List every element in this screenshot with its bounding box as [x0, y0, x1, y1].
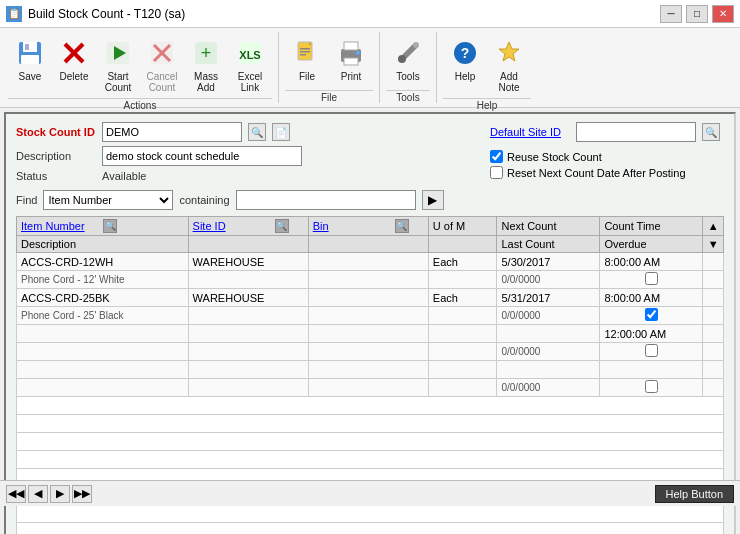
overdue-checkbox[interactable]	[645, 344, 658, 357]
stock-count-id-doc[interactable]: 📄	[272, 123, 290, 141]
cell-count-time[interactable]: 8:00:00 AM	[600, 289, 703, 307]
overdue-checkbox[interactable]	[645, 272, 658, 285]
excel-link-icon: XLS	[234, 37, 266, 69]
mass-add-label: Mass Add	[194, 71, 218, 93]
delete-button[interactable]: Delete	[52, 32, 96, 96]
cell-item-number[interactable]	[17, 325, 189, 343]
item-number-link[interactable]: Item Number	[21, 220, 101, 232]
table-header-row: Item Number 🔍 Site ID 🔍	[17, 217, 724, 236]
nav-prev-button[interactable]: ◀	[28, 485, 48, 503]
nav-next-button[interactable]: ▶	[50, 485, 70, 503]
default-site-id-lookup[interactable]: 🔍	[702, 123, 720, 141]
reuse-stock-count-checkbox[interactable]	[490, 150, 503, 163]
cell-description: Phone Cord - 12' White	[17, 271, 189, 289]
table-row	[17, 361, 724, 379]
default-site-id-input[interactable]	[576, 122, 696, 142]
excel-link-button[interactable]: XLS Excel Link	[228, 32, 272, 96]
minimize-button[interactable]: ─	[660, 5, 682, 23]
cell-description	[17, 379, 189, 397]
svg-rect-2	[25, 44, 29, 50]
cell-empty	[703, 289, 724, 307]
nav-last-button[interactable]: ▶▶	[72, 485, 92, 503]
cell-site-id[interactable]: WAREHOUSE	[188, 253, 308, 271]
find-select[interactable]: Item Number Description Site ID Bin	[43, 190, 173, 210]
mass-add-button[interactable]: + Mass Add	[184, 32, 228, 96]
cell-site-id[interactable]	[188, 325, 308, 343]
item-number-search-icon[interactable]: 🔍	[103, 219, 117, 233]
stock-count-id-row: Stock Count ID 🔍 📄	[16, 122, 302, 142]
cell-count-time[interactable]: 8:00:00 AM	[600, 253, 703, 271]
th-scroll-down[interactable]: ▼	[703, 236, 724, 253]
cell-empty	[703, 325, 724, 343]
right-panel: Default Site ID 🔍 Reuse Stock Count Rese…	[490, 122, 720, 179]
find-go-button[interactable]: ▶	[422, 190, 444, 210]
default-site-id-label[interactable]: Default Site ID	[490, 126, 570, 138]
title-bar: 📋 Build Stock Count - T120 (sa) ─ □ ✕	[0, 0, 740, 28]
description-input[interactable]	[102, 146, 302, 166]
cell-item-number[interactable]	[17, 361, 189, 379]
help-status-button[interactable]: Help Button	[655, 485, 734, 503]
close-button[interactable]: ✕	[712, 5, 734, 23]
default-site-id-row: Default Site ID 🔍	[490, 122, 720, 142]
cell-count-time[interactable]	[600, 361, 703, 379]
stock-count-id-lookup[interactable]: 🔍	[248, 123, 266, 141]
maximize-button[interactable]: □	[686, 5, 708, 23]
cell-bin[interactable]	[308, 325, 428, 343]
cell-empty	[188, 379, 308, 397]
cell-empty	[308, 307, 428, 325]
add-note-button[interactable]: Add Note	[487, 32, 531, 96]
tools-icon	[392, 37, 424, 69]
cell-description	[17, 343, 189, 361]
cell-empty	[428, 307, 497, 325]
cell-uom[interactable]	[428, 361, 497, 379]
cell-count-time[interactable]: 12:00:00 AM	[600, 325, 703, 343]
cell-item-number[interactable]: ACCS-CRD-25BK	[17, 289, 189, 307]
stock-count-id-input[interactable]	[102, 122, 242, 142]
th-site-id: Site ID 🔍	[188, 217, 308, 236]
cell-uom[interactable]: Each	[428, 289, 497, 307]
cell-next-count[interactable]	[497, 325, 600, 343]
table-row: 12:00:00 AM	[17, 325, 724, 343]
cell-bin[interactable]	[308, 361, 428, 379]
table-row-empty	[17, 397, 724, 415]
bin-link[interactable]: Bin	[313, 220, 393, 232]
table-row-desc: 0/0/0000	[17, 343, 724, 361]
cell-bin[interactable]	[308, 253, 428, 271]
cell-last-count: 0/0/0000	[497, 307, 600, 325]
cell-empty	[428, 379, 497, 397]
site-id-search-icon[interactable]: 🔍	[275, 219, 289, 233]
left-form: Stock Count ID 🔍 📄 Description Status Av…	[16, 122, 302, 186]
help-button[interactable]: ? Help	[443, 32, 487, 96]
cell-site-id[interactable]: WAREHOUSE	[188, 289, 308, 307]
cell-empty	[428, 271, 497, 289]
cell-item-number[interactable]: ACCS-CRD-12WH	[17, 253, 189, 271]
tools-button[interactable]: Tools	[386, 32, 430, 88]
save-button[interactable]: Save	[8, 32, 52, 96]
cell-last-count: 0/0/0000	[497, 271, 600, 289]
start-count-button[interactable]: Start Count	[96, 32, 140, 96]
svg-rect-21	[344, 42, 358, 50]
cell-empty	[703, 271, 724, 289]
th-scroll-up[interactable]: ▲	[703, 217, 724, 236]
help-btn-label: Help	[455, 71, 476, 82]
find-input[interactable]	[236, 190, 416, 210]
overdue-checkbox[interactable]	[645, 308, 658, 321]
cell-bin[interactable]	[308, 289, 428, 307]
file-button[interactable]: File	[285, 32, 329, 88]
cell-empty	[188, 307, 308, 325]
cell-uom[interactable]: Each	[428, 253, 497, 271]
reset-next-count-checkbox[interactable]	[490, 166, 503, 179]
print-button[interactable]: Print	[329, 32, 373, 88]
content-area: Stock Count ID 🔍 📄 Description Status Av…	[4, 112, 736, 534]
site-id-link[interactable]: Site ID	[193, 220, 273, 232]
nav-first-button[interactable]: ◀◀	[6, 485, 26, 503]
overdue-checkbox[interactable]	[645, 380, 658, 393]
cell-uom[interactable]	[428, 325, 497, 343]
save-icon	[14, 37, 46, 69]
cell-next-count[interactable]: 5/31/2017	[497, 289, 600, 307]
cell-next-count[interactable]	[497, 361, 600, 379]
cell-site-id[interactable]	[188, 361, 308, 379]
cell-next-count[interactable]: 5/30/2017	[497, 253, 600, 271]
bin-search-icon[interactable]: 🔍	[395, 219, 409, 233]
cancel-count-button[interactable]: Cancel Count	[140, 32, 184, 96]
